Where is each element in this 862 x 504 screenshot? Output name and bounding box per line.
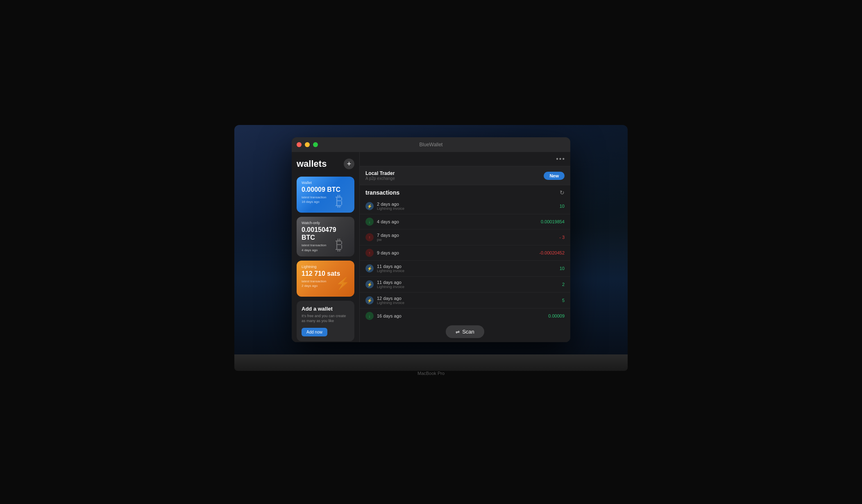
add-wallet-title: Add a wallet [302,306,349,312]
main-content: wallets + Wallet 0.00009 BTC latest tran… [292,152,570,342]
add-wallet-description: It's free and you can create as many as … [302,313,349,324]
tx-amount: - 3 [559,235,565,240]
transaction-row[interactable]: ↓ 16 days ago 0.00009 [360,309,570,321]
tx-time: 11 days ago [377,264,556,269]
lightning-icon: ⚡ [336,278,352,294]
tx-amount: -0.00020452 [539,250,565,255]
transactions-list: ⚡ 2 days ago Lightning invoice 10 ↓ 4 da… [360,198,570,321]
sidebar-header: wallets + [297,159,354,169]
wallet-card-lightning[interactable]: Lightning 112 710 sats latest transactio… [297,261,354,297]
tx-time: 4 days ago [377,219,538,224]
tx-amount: 2 [562,282,565,287]
macbook-brand: MacBook Pro [417,371,445,376]
tx-time: 11 days ago [377,280,559,285]
add-wallet-button[interactable]: + [344,159,354,169]
wallets-title: wallets [297,159,327,169]
tx-info: 11 days ago Lightning invoice [377,280,559,289]
local-trader-desc: A p2p exchange [365,176,395,181]
macbook-chin [234,354,628,371]
tx-info: 12 days ago Lightning invoice [377,296,559,305]
tx-label: Lightning invoice [377,285,559,289]
right-panel: ••• Local Trader A p2p exchange New tran… [359,152,570,342]
transaction-row[interactable]: ⚡ 11 days ago Lightning invoice 10 [360,261,570,277]
minimize-button[interactable] [305,142,310,147]
tx-type-icon: ⚡ [365,280,374,288]
scan-label: Scan [462,329,474,335]
tx-info: 9 days ago [377,250,536,255]
wallet-type-watchonly: Watch-only [302,221,349,225]
fullscreen-button[interactable] [313,142,318,147]
transaction-row[interactable]: ⚡ 12 days ago Lightning invoice 5 [360,293,570,309]
transaction-row[interactable]: ⚡ 11 days ago Lightning invoice 2 [360,277,570,293]
tx-info: 16 days ago [377,313,545,318]
wallet-type-btc: Wallet [302,181,349,185]
tx-label: Lightning invoice [377,269,556,273]
macbook-bottom: MacBook Pro [234,354,628,379]
wallet-card-watchonly[interactable]: Watch-only 0.00150479 BTC latest transac… [297,217,354,257]
tx-info: 7 days ago pw [377,233,556,242]
scan-button[interactable]: ⇌ Scan [446,325,484,338]
tx-info: 2 days ago Lightning invoice [377,202,556,211]
tx-type-icon: ⚡ [365,264,374,272]
tx-label: pw [377,238,556,242]
window-title: BlueWallet [420,142,443,148]
tx-type-icon: ↑ [365,249,374,257]
btc-icon-watchonly: ₿ [336,238,352,254]
wallet-card-btc[interactable]: Wallet 0.00009 BTC latest transaction16 … [297,177,354,213]
app-window: BlueWallet wallets + Wallet 0.00009 BTC … [292,137,570,342]
right-topbar: ••• [360,152,570,166]
title-bar: BlueWallet [292,137,570,152]
tx-time: 7 days ago [377,233,556,238]
refresh-icon[interactable]: ↻ [560,189,565,196]
transactions-title: transactions [365,189,399,196]
tx-amount: 0.00009 [548,313,565,318]
local-trader-name: Local Trader [365,170,395,176]
tx-time: 12 days ago [377,296,559,301]
tx-info: 11 days ago Lightning invoice [377,264,556,273]
wallet-type-lightning: Lightning [302,265,349,269]
scan-bar: ⇌ Scan [360,321,570,342]
tx-type-icon: ↓ [365,312,374,320]
transaction-row[interactable]: ↑ 7 days ago pw - 3 [360,229,570,245]
tx-type-icon: ↓ [365,218,374,226]
tx-amount: 5 [562,298,565,303]
tx-info: 4 days ago [377,219,538,224]
tx-amount: 10 [560,266,565,271]
tx-amount: 10 [560,204,565,209]
tx-amount: 0.00019854 [541,219,565,224]
scan-icon: ⇌ [456,329,460,335]
transaction-row[interactable]: ↑ 9 days ago -0.00020452 [360,245,570,261]
tx-time: 16 days ago [377,313,545,318]
close-button[interactable] [297,142,302,147]
tx-type-icon: ⚡ [365,202,374,210]
traffic-lights [297,142,318,147]
more-menu-button[interactable]: ••• [556,155,565,163]
tx-time: 9 days ago [377,250,536,255]
local-trader-info: Local Trader A p2p exchange [365,170,395,181]
tx-type-icon: ⚡ [365,296,374,304]
local-trader-bar[interactable]: Local Trader A p2p exchange New [360,166,570,185]
sidebar: wallets + Wallet 0.00009 BTC latest tran… [292,152,359,342]
transaction-row[interactable]: ⚡ 2 days ago Lightning invoice 10 [360,198,570,214]
tx-time: 2 days ago [377,202,556,207]
wallet-amount-lightning: 112 710 sats [302,270,349,277]
tx-label: Lightning invoice [377,301,559,305]
transaction-row[interactable]: ↓ 4 days ago 0.00019854 [360,214,570,229]
add-wallet-card: Add a wallet It's free and you can creat… [297,301,354,341]
transactions-header: transactions ↻ [360,185,570,198]
btc-icon: ₿ [336,194,352,210]
tx-label: Lightning invoice [377,207,556,211]
new-badge-button[interactable]: New [544,172,565,180]
tx-type-icon: ↑ [365,233,374,241]
add-now-button[interactable]: Add now [302,328,327,336]
